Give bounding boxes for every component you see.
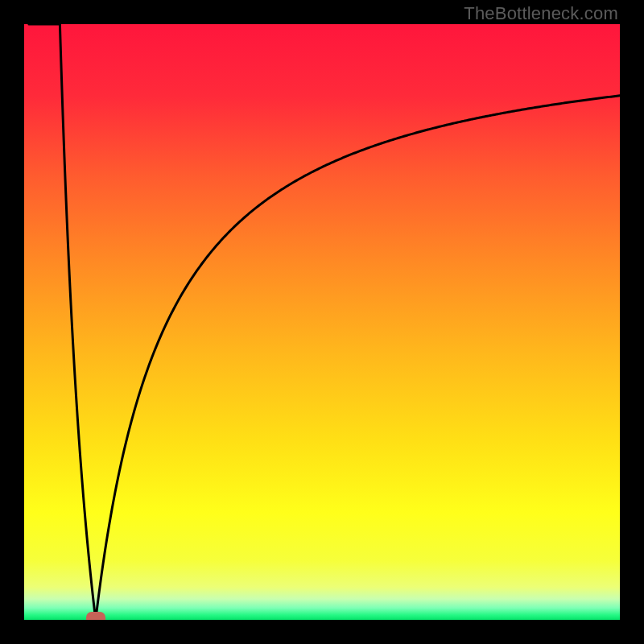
chart-frame: TheBottleneck.com [0,0,644,644]
bottleneck-curve [24,24,620,620]
optimal-point-marker [86,612,105,620]
plot-area [24,24,620,620]
watermark-label: TheBottleneck.com [464,3,618,24]
